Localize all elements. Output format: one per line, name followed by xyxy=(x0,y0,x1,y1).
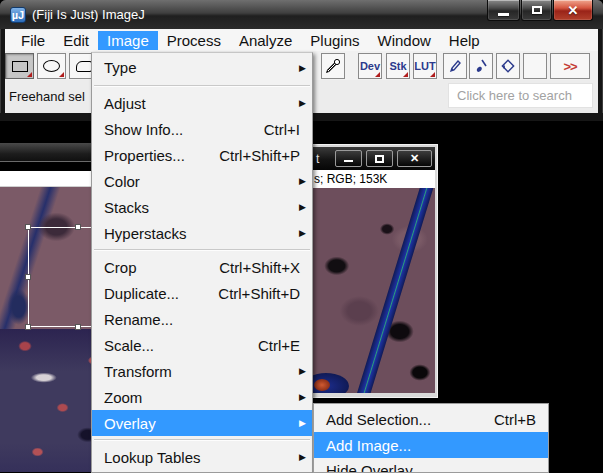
minimize-icon xyxy=(498,13,509,16)
menu-shortcut: Ctrl+Shift+P xyxy=(219,147,300,164)
tool-dropdown-icon xyxy=(59,72,64,77)
menu-edit[interactable]: Edit xyxy=(54,31,98,50)
menu-item-zoom[interactable]: Zoom ▶ xyxy=(92,384,312,410)
menu-item-color[interactable]: Color ▶ xyxy=(92,168,312,194)
menu-item-type[interactable]: Type ▶ xyxy=(92,53,312,82)
tissue-red-decoration xyxy=(314,379,330,391)
tool-dropdown-icon xyxy=(403,72,408,77)
close-icon: ✕ xyxy=(410,153,419,164)
menu-item-duplicate[interactable]: Duplicate... Ctrl+Shift+D xyxy=(92,280,312,306)
tool-dropdown-icon xyxy=(27,72,32,77)
roi-handle-middle-left[interactable] xyxy=(25,274,31,280)
oval-tool-button[interactable] xyxy=(37,53,66,79)
right-image-canvas[interactable] xyxy=(309,188,435,393)
menu-item-stacks[interactable]: Stacks ▶ xyxy=(92,194,312,220)
tool-dropdown-icon xyxy=(375,72,380,77)
empty-tool-slot-button[interactable] xyxy=(523,53,547,79)
menu-separator xyxy=(94,249,310,251)
close-button[interactable]: ✕ xyxy=(397,150,432,167)
lut-tool-button[interactable]: LUT xyxy=(413,53,437,79)
submenu-item-add-selection[interactable]: Add Selection... Ctrl+B xyxy=(314,407,548,432)
menu-file[interactable]: File xyxy=(12,31,54,50)
more-tools-label: >> xyxy=(563,59,576,74)
menu-item-properties[interactable]: Properties... Ctrl+Shift+P xyxy=(92,142,312,168)
submenu-arrow-icon: ▶ xyxy=(296,98,306,108)
app-icon: µJ xyxy=(10,7,26,23)
oval-icon xyxy=(43,60,60,72)
menu-plugins[interactable]: Plugins xyxy=(301,31,368,50)
tissue-vessel-decoration xyxy=(352,188,435,393)
image-info-bar: s; RGB; 153K xyxy=(309,170,435,188)
menu-item-adjust[interactable]: Adjust ▶ xyxy=(92,90,312,116)
right-image-window-title: t xyxy=(316,152,319,166)
menu-window[interactable]: Window xyxy=(369,31,440,50)
paintbrush-tool-button[interactable] xyxy=(469,53,493,79)
roi-handle-bottom-middle[interactable] xyxy=(75,324,81,330)
status-text: Freehand sel xyxy=(9,89,85,104)
roi-handle-bottom-left[interactable] xyxy=(25,324,31,330)
more-tools-button[interactable]: >> xyxy=(550,53,590,79)
right-image-window: t ✕ s; RGB; 153K xyxy=(306,144,438,398)
submenu-arrow-icon: ▶ xyxy=(296,452,306,462)
submenu-arrow-icon: ▶ xyxy=(296,202,306,212)
menu-item-transform[interactable]: Transform ▶ xyxy=(92,358,312,384)
paintbrush-icon xyxy=(473,58,489,74)
roi-handle-top-left[interactable] xyxy=(25,224,31,230)
polygon-icon xyxy=(76,61,92,72)
dev-tool-button[interactable]: Dev xyxy=(358,53,382,79)
stacks-tool-button[interactable]: Stk xyxy=(386,53,410,79)
menu-separator xyxy=(94,85,310,87)
menu-item-hyperstacks[interactable]: Hyperstacks ▶ xyxy=(92,220,312,246)
main-titlebar[interactable]: µJ (Fiji Is Just) ImageJ ✕ xyxy=(0,0,603,29)
maximize-icon xyxy=(375,155,384,163)
rectangle-icon xyxy=(12,61,28,72)
stacks-tool-label: Stk xyxy=(389,60,406,72)
minimize-button[interactable] xyxy=(487,0,520,21)
menu-image[interactable]: Image xyxy=(98,31,158,50)
minimize-button[interactable] xyxy=(335,150,362,167)
menu-item-overlay[interactable]: Overlay ▶ xyxy=(92,410,312,436)
menu-item-rename[interactable]: Rename... xyxy=(92,306,312,332)
menu-item-scale[interactable]: Scale... Ctrl+E xyxy=(92,332,312,358)
pencil-icon xyxy=(447,58,463,74)
submenu-arrow-icon: ▶ xyxy=(296,366,306,376)
submenu-item-hide-overlay[interactable]: Hide Overlay xyxy=(314,458,548,473)
image-menu-dropdown: Type ▶ Adjust ▶ Show Info... Ctrl+I Prop… xyxy=(91,52,313,473)
overlay-submenu: Add Selection... Ctrl+B Add Image... Hid… xyxy=(313,403,549,473)
submenu-arrow-icon: ▶ xyxy=(296,418,306,428)
menu-bar: File Edit Image Process Analyze Plugins … xyxy=(5,29,598,51)
submenu-arrow-icon: ▶ xyxy=(296,63,306,73)
eyedropper-icon xyxy=(324,57,342,75)
lut-tool-label: LUT xyxy=(414,60,435,72)
menu-process[interactable]: Process xyxy=(158,31,230,50)
menu-shortcut: Ctrl+Shift+D xyxy=(218,285,300,302)
tool-dropdown-icon xyxy=(430,72,435,77)
menu-help[interactable]: Help xyxy=(440,31,489,50)
roi-handle-top-middle[interactable] xyxy=(75,224,81,230)
maximize-button[interactable] xyxy=(521,0,552,21)
close-button[interactable]: ✕ xyxy=(553,0,593,21)
menu-item-crop[interactable]: Crop Ctrl+Shift+X xyxy=(92,254,312,280)
maximize-button[interactable] xyxy=(366,150,393,167)
maximize-icon xyxy=(532,6,542,14)
window-title: (Fiji Is Just) ImageJ xyxy=(32,7,145,22)
close-icon: ✕ xyxy=(568,4,579,17)
right-image-window-titlebar[interactable]: t ✕ xyxy=(309,147,435,170)
menu-shortcut: Ctrl+B xyxy=(494,411,536,428)
submenu-item-add-image[interactable]: Add Image... xyxy=(314,432,548,458)
rectangle-tool-button[interactable] xyxy=(5,53,34,79)
flood-fill-tool-button[interactable] xyxy=(496,53,520,79)
color-picker-tool-button[interactable] xyxy=(321,53,345,79)
menu-item-lookup-tables[interactable]: Lookup Tables ▶ xyxy=(92,444,312,470)
submenu-arrow-icon: ▶ xyxy=(296,228,306,238)
menu-shortcut: Ctrl+Shift+X xyxy=(219,259,300,276)
menu-item-show-info[interactable]: Show Info... Ctrl+I xyxy=(92,116,312,142)
menu-analyze[interactable]: Analyze xyxy=(230,31,301,50)
minimize-icon xyxy=(344,160,353,162)
search-input[interactable]: Click here to search xyxy=(448,83,593,108)
submenu-arrow-icon: ▶ xyxy=(296,176,306,186)
paint-bucket-icon xyxy=(500,58,516,74)
pencil-tool-button[interactable] xyxy=(443,53,467,79)
menu-shortcut: Ctrl+I xyxy=(264,121,300,138)
right-image-window-controls: ✕ xyxy=(335,150,432,167)
